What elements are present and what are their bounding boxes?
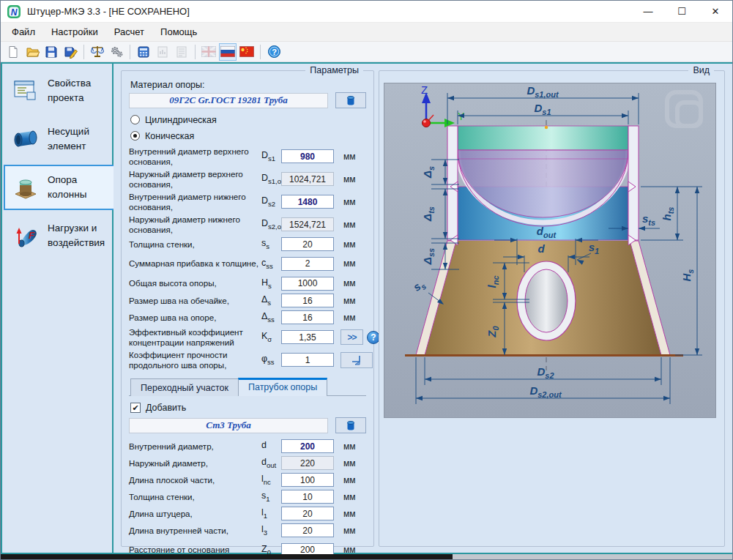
minimize-button[interactable]: — — [631, 1, 665, 22]
material-label: Материал опоры: — [130, 80, 366, 90]
radio-circle-icon — [130, 131, 140, 141]
ksigma-more-button[interactable]: >> — [341, 329, 363, 345]
toolbar: ? — [1, 42, 732, 62]
param-row: Наружный диаметр нижнего основания, Ds2,… — [129, 213, 366, 236]
checkbox-check-icon: ✔ — [130, 403, 141, 413]
close-button[interactable]: ✕ — [699, 1, 732, 22]
ds2-input[interactable] — [281, 195, 334, 209]
report-icon — [154, 43, 171, 61]
nozzle-lnc-input[interactable] — [281, 473, 334, 487]
svg-text:N: N — [11, 7, 18, 17]
database-cylinder-icon — [345, 419, 357, 432]
support-material-field[interactable]: 09Г2С Gr.ГОСТ 19281 Труба — [129, 93, 328, 108]
param-row: Наружный диаметр, dout мм — [129, 455, 366, 471]
ss-input[interactable] — [281, 237, 334, 251]
ksigma-input[interactable] — [281, 330, 334, 344]
css-input[interactable] — [281, 257, 334, 271]
menu-help[interactable]: Помощь — [152, 23, 205, 40]
nozzle-material-database-button[interactable] — [335, 417, 366, 433]
ds1-input[interactable] — [281, 149, 334, 163]
sidebar-item-loads[interactable]: F Нагрузки и воздействия — [4, 213, 112, 258]
param-row: Внутренний диаметр, d мм — [129, 438, 366, 455]
param-row: Общая высота опоры, Hs мм — [129, 275, 366, 292]
save-icon[interactable] — [42, 43, 60, 61]
radio-conical[interactable]: Коническая — [130, 129, 366, 143]
language-russian-icon[interactable] — [219, 43, 237, 61]
param-row: Суммарная прибавка к толщине, css мм — [129, 253, 366, 275]
add-nozzle-checkbox[interactable]: ✔ Добавить — [130, 403, 366, 413]
svg-text:F: F — [29, 230, 35, 241]
support-drawing-viewport[interactable]: Z Y — [384, 83, 716, 418]
column-support-icon — [10, 173, 42, 202]
param-row: Коэффициент прочности продольного шва оп… — [129, 348, 366, 371]
toolbar-separator — [260, 45, 261, 59]
svg-text:Z: Z — [421, 83, 428, 96]
settings-gears-icon[interactable] — [108, 43, 125, 61]
calculator-icon[interactable] — [135, 43, 152, 61]
radio-circle-icon — [130, 115, 140, 124]
toolbar-help-icon[interactable]: ? — [265, 43, 283, 61]
svg-text:?: ? — [272, 48, 277, 56]
save-as-icon[interactable] — [62, 43, 79, 61]
parameters-group: Параметры Материал опоры: 09Г2С Gr.ГОСТ … — [121, 70, 374, 547]
param-row: Размер шва на обечайке, Δs мм — [129, 292, 366, 309]
param-row: Толщина стенки, ss мм — [129, 236, 366, 253]
toolbar-separator — [195, 45, 196, 59]
open-file-icon[interactable] — [23, 43, 41, 61]
shell-element-icon — [10, 124, 42, 154]
delta-ss-input[interactable] — [281, 310, 334, 324]
sidebar-item-project-properties[interactable]: Свойства проекта — [4, 68, 112, 113]
param-row: Толщина стенки, s1 мм — [129, 488, 366, 505]
language-english-icon[interactable] — [200, 43, 217, 61]
nozzle-dout-input — [281, 456, 334, 470]
menu-file[interactable]: Файл — [4, 23, 43, 40]
param-row: Длина плоской части, lnc мм — [129, 471, 366, 488]
phi-ss-input[interactable] — [281, 353, 334, 367]
parameters-group-title: Параметры — [305, 65, 363, 75]
material-database-button[interactable] — [335, 92, 366, 108]
menu-settings[interactable]: Настройки — [43, 23, 106, 40]
toolbar-separator — [130, 45, 130, 59]
weld-seam-button[interactable] — [341, 352, 373, 368]
project-properties-icon — [10, 76, 42, 105]
database-cylinder-icon — [345, 94, 357, 107]
param-row: Эффективный коэффициент концентрации нап… — [129, 326, 366, 348]
delta-s-input[interactable] — [281, 294, 334, 307]
param-row: Наружный диаметр верхнего основания, Ds1… — [129, 168, 366, 190]
nozzle-l3-input[interactable] — [281, 523, 334, 537]
sidebar-item-label: Несущий элемент — [48, 124, 111, 154]
param-row: Размер шва на опоре, Δss мм — [129, 309, 366, 326]
weld-corner-icon — [350, 354, 363, 366]
main-area: Параметры Материал опоры: 09Г2С Gr.ГОСТ … — [115, 64, 732, 553]
param-row: Внутренний диаметр нижнего основания, Ds… — [129, 190, 366, 213]
tab-transition-section[interactable]: Переходный участок — [130, 378, 239, 396]
language-chinese-icon[interactable] — [238, 43, 256, 61]
sidebar: Свойства проекта Несущий элемент Опора к… — [2, 64, 114, 553]
nozzle-tabs: Переходный участок Патрубок опоры ✔ Доба… — [129, 378, 366, 560]
maximize-button[interactable]: ☐ — [665, 1, 699, 22]
nozzle-s1-input[interactable] — [281, 490, 334, 504]
new-document-icon[interactable] — [4, 43, 22, 61]
screen-bottom-edge — [1, 554, 732, 560]
support-drawing: Z Y — [384, 83, 715, 417]
sidebar-item-label: Нагрузки и воздействия — [48, 221, 111, 251]
sidebar-item-shell-element[interactable]: Несущий элемент — [4, 116, 112, 162]
radio-cylindrical[interactable]: Цилиндрическая — [130, 113, 366, 127]
dim-d: d — [537, 242, 545, 255]
sidebar-item-label: Свойства проекта — [48, 76, 111, 106]
nozzle-l1-input[interactable] — [281, 507, 334, 520]
sidebar-item-label: Опора колонны — [48, 173, 114, 203]
sidebar-item-column-support[interactable]: Опора колонны — [4, 165, 114, 210]
protocol-icon — [173, 43, 190, 61]
toolbar-separator — [83, 45, 84, 59]
hs-input[interactable] — [281, 277, 334, 291]
app-window: N Штуцер-МКЭ 3.3 - [НЕ СОХРАНЕНО] — ☐ ✕ … — [0, 0, 733, 560]
tab-support-nozzle[interactable]: Патрубок опоры — [238, 378, 327, 396]
loads-icon: F — [10, 221, 42, 250]
units-balance-icon[interactable] — [89, 43, 106, 61]
menu-bar: Файл Настройки Расчет Помощь — [1, 23, 732, 42]
ds1out-input — [281, 172, 334, 186]
nozzle-d-input[interactable] — [281, 439, 334, 453]
nozzle-material-field[interactable]: Ст3 Труба — [129, 418, 328, 433]
menu-calculation[interactable]: Расчет — [106, 23, 152, 40]
